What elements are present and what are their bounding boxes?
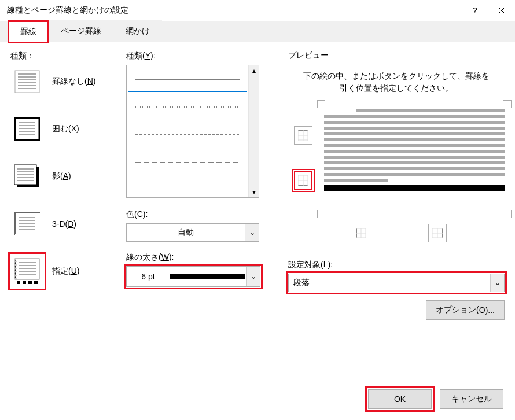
color-value: 自動 (127, 227, 245, 238)
dialog-footer: OK キャンセル (0, 382, 515, 415)
setting-custom-label: 指定(U) (52, 266, 79, 277)
width-label: 線の太さ(W): (126, 252, 271, 263)
setting-box[interactable]: 囲む(X) (10, 112, 120, 146)
preview-label: プレビュー (288, 50, 332, 61)
scroll-up-icon[interactable]: ▴ (249, 65, 259, 76)
guide-corner-icon (317, 100, 325, 108)
border-3d-icon (14, 212, 40, 235)
color-label: 色(C): (126, 209, 271, 220)
scroll-track[interactable] (249, 76, 259, 187)
border-right-icon (432, 228, 443, 238)
border-left-button[interactable] (352, 224, 370, 242)
setting-shadow[interactable]: 影(A) (10, 160, 120, 193)
svg-rect-36 (28, 281, 32, 284)
guide-corner-icon (503, 210, 512, 218)
apply-to-label: 設定対象(L): (288, 260, 505, 270)
border-box-icon (14, 117, 40, 141)
border-top-icon (298, 130, 308, 141)
style-dotted[interactable] (127, 93, 248, 121)
dialog-title: 線種とページ罫線と網かけの設定 (7, 5, 128, 16)
preview-description: 下の絵の中、またはボタンをクリックして、罫線を引く位置を指定してください。 (300, 70, 493, 94)
border-bottom-button[interactable] (294, 171, 312, 190)
setting-box-label: 囲む(X) (52, 124, 79, 134)
svg-rect-37 (34, 281, 38, 284)
preview-paragraph-icon (324, 107, 505, 182)
preview-column: プレビュー 下の絵の中、またはボタンをクリックして、罫線を引く位置を指定してくだ… (271, 51, 505, 377)
chevron-down-icon: ⌄ (246, 267, 260, 286)
tab-shading[interactable]: 網かけ (113, 20, 162, 42)
style-listbox[interactable]: ▴ ▾ (126, 65, 259, 198)
border-shadow-icon (14, 164, 41, 189)
width-sample-icon (170, 274, 245, 279)
style-dash-large[interactable] (127, 149, 248, 176)
color-dropdown[interactable]: 自動 ⌄ (126, 223, 259, 242)
help-button[interactable]: ? (462, 0, 488, 21)
cancel-button[interactable]: キャンセル (440, 389, 503, 409)
scroll-down-icon[interactable]: ▾ (249, 187, 259, 197)
close-icon (498, 7, 505, 14)
style-label: 種類(Y): (126, 51, 271, 61)
preview-canvas[interactable] (324, 107, 505, 211)
border-left-icon (356, 228, 366, 238)
preview-bottom-border (324, 185, 505, 191)
setting-3d-label: 3-D(D) (52, 219, 76, 229)
border-custom-icon (14, 258, 40, 285)
apply-to-dropdown[interactable]: 段落 ⌄ (288, 274, 505, 292)
setting-none[interactable]: 罫線なし(N) (10, 65, 120, 98)
chevron-down-icon: ⌄ (245, 224, 259, 241)
border-none-icon (14, 70, 40, 93)
style-solid[interactable] (127, 65, 248, 93)
guide-corner-icon (317, 210, 325, 218)
setting-none-label: 罫線なし(N) (52, 76, 95, 87)
setting-shadow-label: 影(A) (52, 171, 71, 182)
setting-label: 種類： (10, 51, 120, 61)
tab-borders[interactable]: 罫線 (8, 21, 49, 43)
setting-custom[interactable]: 指定(U) (10, 255, 120, 288)
options-button[interactable]: オプション(O)... (426, 300, 505, 320)
chevron-down-icon: ⌄ (490, 274, 504, 292)
titlebar: 線種とページ罫線と網かけの設定 ? (0, 0, 515, 21)
setting-column: 種類： 罫線なし(N) 囲む(X) 影(A) 3-D(D) 指定(U) (10, 51, 120, 377)
width-value: 6 pt (127, 272, 170, 281)
border-right-button[interactable] (428, 224, 447, 242)
ok-button[interactable]: OK (368, 389, 432, 409)
setting-3d[interactable]: 3-D(D) (10, 207, 120, 241)
apply-to-value: 段落 (289, 274, 490, 292)
borders-and-shading-dialog: 線種とページ罫線と網かけの設定 ? 罫線 ページ罫線 網かけ 種類： 罫線なし(… (0, 0, 515, 420)
svg-rect-34 (17, 281, 20, 284)
tabs: 罫線 ページ罫線 網かけ (0, 21, 515, 43)
guide-corner-icon (503, 100, 512, 108)
style-scrollbar[interactable]: ▴ ▾ (248, 65, 259, 197)
style-dash-small[interactable] (127, 121, 248, 149)
close-button[interactable] (488, 0, 515, 21)
svg-rect-35 (23, 281, 26, 284)
border-top-button[interactable] (294, 126, 312, 145)
style-column: 種類(Y): ▴ ▾ 色(C): 自動 ⌄ (120, 51, 271, 377)
tab-page-borders[interactable]: ページ罫線 (49, 20, 113, 42)
width-dropdown[interactable]: 6 pt ⌄ (126, 266, 260, 287)
border-bottom-icon (298, 175, 308, 186)
